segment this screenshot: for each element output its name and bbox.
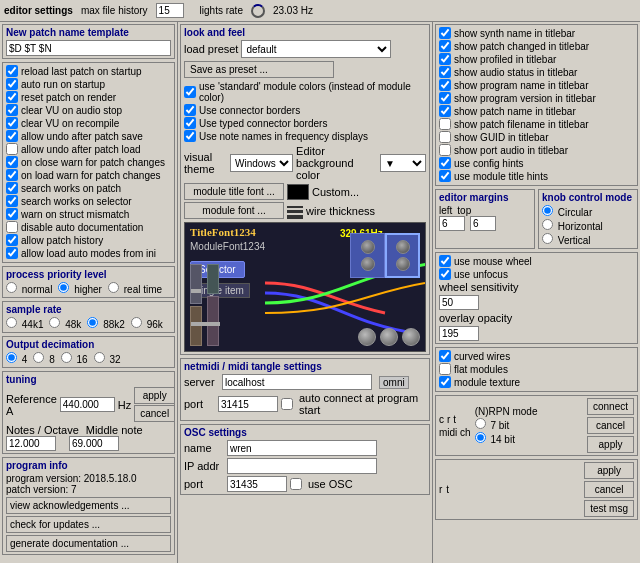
cb-curved-wires[interactable]: curved wires — [439, 350, 634, 362]
middle-note-input[interactable] — [69, 436, 119, 451]
dec-32[interactable]: 32 — [94, 352, 121, 365]
cb-module-texture[interactable]: module texture — [439, 376, 634, 388]
cb-clear-vu-stop[interactable]: clear VU on audio stop — [6, 104, 171, 116]
theme-select[interactable]: Windows — [230, 154, 293, 172]
osc-cancel-button[interactable]: cancel — [584, 481, 634, 498]
lf-note-names[interactable]: Use note names in frequency displays — [184, 130, 426, 142]
auto-connect-checkbox[interactable] — [281, 398, 293, 410]
preview-box: TitleFont1234 ModuleFont1234 Selector si… — [184, 222, 426, 352]
lf-typed-connector-borders[interactable]: Use typed connector borders — [184, 117, 426, 129]
priority-normal[interactable]: normal — [6, 282, 52, 295]
tuning-cancel-button[interactable]: cancel — [134, 405, 175, 422]
connect-button[interactable]: connect — [587, 398, 634, 415]
wheel-sensitivity-input[interactable] — [439, 295, 479, 310]
osc-apply-button[interactable]: apply — [584, 462, 634, 479]
cb-show-program-name[interactable]: show program name in titlebar — [439, 79, 634, 91]
cb-allow-undo-save[interactable]: allow undo after patch save — [6, 130, 171, 142]
osc-r-label: r — [439, 484, 442, 495]
generate-docs-button[interactable]: generate documentation ... — [6, 535, 171, 552]
osc-name-label: name — [184, 442, 224, 454]
preset-select[interactable]: default — [241, 40, 391, 58]
osc-port-input[interactable] — [227, 476, 287, 492]
overlay-opacity-input[interactable] — [439, 326, 479, 341]
module-font-button[interactable]: module font ... — [184, 202, 284, 219]
sliders-area — [190, 264, 219, 346]
lf-standard-colors[interactable]: use 'standard' module colors (instead of… — [184, 81, 426, 103]
tuning-apply-button[interactable]: apply — [134, 387, 175, 404]
margin-left-input[interactable] — [439, 216, 465, 231]
lf-connector-borders[interactable]: Use connector borders — [184, 104, 426, 116]
netmidi-right-section: c r t midi ch (N)RPN mode 7 bit 14 bit — [435, 395, 638, 456]
cb-use-module-hints[interactable]: use module title hints — [439, 170, 634, 182]
cb-search-selector[interactable]: search works on selector — [6, 195, 171, 207]
cb-flat-modules[interactable]: flat modules — [439, 363, 634, 375]
cb-show-program-version[interactable]: show program version in titlebar — [439, 92, 634, 104]
preview-module-font-text: ModuleFont1234 — [190, 241, 265, 252]
cb-auto-run[interactable]: auto run on startup — [6, 78, 171, 90]
cb-show-patch-name[interactable]: show patch name in titlebar — [439, 105, 634, 117]
dec-4[interactable]: 4 — [6, 352, 27, 365]
sr-44k1[interactable]: 44k1 — [6, 317, 43, 330]
knob-horizontal[interactable]: Horizontal — [542, 219, 634, 232]
margin-top-input[interactable] — [470, 216, 496, 231]
load-preset-label: load preset — [184, 43, 238, 55]
cb-use-unfocus[interactable]: use unfocus — [439, 268, 634, 280]
server-input[interactable] — [222, 374, 372, 390]
osc-name-input[interactable] — [227, 440, 377, 456]
cb-warn-load[interactable]: on load warn for patch changes — [6, 169, 171, 181]
svg-rect-0 — [287, 206, 303, 208]
module-box-2 — [385, 233, 420, 278]
cb-load-auto-modes[interactable]: allow load auto modes from ini — [6, 247, 171, 259]
cb-use-mouse-wheel[interactable]: use mouse wheel — [439, 255, 634, 267]
check-updates-button[interactable]: check for updates ... — [6, 516, 171, 533]
cb-show-guid[interactable]: show GUID in titlebar — [439, 131, 634, 143]
dec-8[interactable]: 8 — [33, 352, 54, 365]
notes-per-octave-label: Notes / Octave — [6, 424, 79, 436]
view-acknowledgements-button[interactable]: view acknowledgements ... — [6, 497, 171, 514]
cb-patch-history[interactable]: allow patch history — [6, 234, 171, 246]
priority-higher[interactable]: higher — [58, 282, 102, 295]
notes-per-octave-input[interactable] — [6, 436, 56, 451]
color-swatch-1 — [287, 184, 309, 200]
cb-show-patch-changed[interactable]: show patch changed in titlebar — [439, 40, 634, 52]
knob-vertical[interactable]: Vertical — [542, 233, 634, 246]
module-title-font-button[interactable]: module title font ... — [184, 183, 284, 200]
cb-use-config-hints[interactable]: use config hints — [439, 157, 634, 169]
cb-show-port-audio[interactable]: show port audio in titlebar — [439, 144, 634, 156]
cb-show-synth-name[interactable]: show synth name in titlebar — [439, 27, 634, 39]
margins-left-label: left — [439, 205, 452, 216]
cb-reload-last[interactable]: reload last patch on startup — [6, 65, 171, 77]
save-preset-button[interactable]: Save as preset ... — [184, 61, 334, 78]
sr-48k[interactable]: 48k — [49, 317, 81, 330]
cb-clear-vu-recompile[interactable]: clear VU on recompile — [6, 117, 171, 129]
test-msg-button[interactable]: test msg — [584, 500, 634, 517]
netmidi-cancel-button[interactable]: cancel — [587, 417, 634, 434]
bit7-radio[interactable]: 7 bit — [475, 418, 538, 431]
cb-warn-close[interactable]: on close warn for patch changes — [6, 156, 171, 168]
cb-show-profiled[interactable]: show profiled in titlebar — [439, 53, 634, 65]
osc-ip-input[interactable] — [227, 458, 377, 474]
cb-allow-undo-load[interactable]: allow undo after patch load — [6, 143, 171, 155]
bit14-radio[interactable]: 14 bit — [475, 432, 538, 445]
program-info-title: program info — [6, 460, 171, 471]
options-section: reload last patch on startup auto run on… — [2, 62, 175, 263]
use-osc-checkbox[interactable] — [290, 478, 302, 490]
cb-show-patch-filename[interactable]: show patch filename in titlebar — [439, 118, 634, 130]
cb-show-audio-status[interactable]: show audio status in titlebar — [439, 66, 634, 78]
netmidi-port-input[interactable] — [218, 396, 278, 412]
cb-warn-struct[interactable]: warn on struct mismatch — [6, 208, 171, 220]
sr-96k[interactable]: 96k — [131, 317, 163, 330]
priority-realtime[interactable]: real time — [108, 282, 162, 295]
cb-disable-doc[interactable]: disable auto documentation — [6, 221, 171, 233]
cb-search-patch[interactable]: search works on patch — [6, 182, 171, 194]
sr-88k2[interactable]: 88k2 — [87, 317, 124, 330]
knob-circular[interactable]: Circular — [542, 205, 634, 218]
ref-a-input[interactable] — [60, 397, 115, 412]
bg-color-select[interactable]: ▼ — [380, 154, 426, 172]
cb-reset-patch[interactable]: reset patch on render — [6, 91, 171, 103]
editor-bg-label: Editor background color — [296, 145, 377, 181]
patch-template-input[interactable] — [6, 40, 171, 56]
netmidi-apply-button[interactable]: apply — [587, 436, 634, 453]
max-file-history-input[interactable] — [156, 3, 184, 18]
dec-16[interactable]: 16 — [61, 352, 88, 365]
